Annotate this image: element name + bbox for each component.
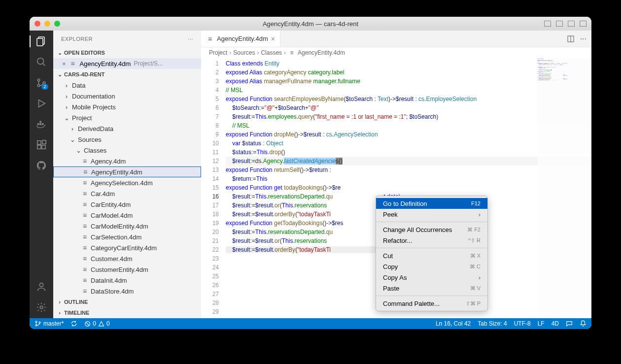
menu-item[interactable]: Paste⌘ V [376, 283, 487, 294]
chevron-icon: › [63, 93, 70, 99]
close-tab-icon[interactable]: × [271, 35, 275, 43]
menu-item[interactable]: Change All Occurrences⌘ F2 [376, 224, 487, 235]
file-item[interactable]: ≡AgencySelection.4dm [53, 177, 201, 188]
explorer-sidebar: EXPLORER ··· ⌄ OPEN EDITORS × ≡ AgencyEn… [53, 31, 201, 318]
chevron-icon: › [63, 103, 70, 110]
split-editor-icon[interactable] [567, 35, 574, 42]
eol[interactable]: LF [538, 320, 545, 327]
file-tree: ›Data›Documentation›Mobile Projects⌄Proj… [53, 80, 201, 297]
traffic-lights [34, 21, 60, 27]
docker-icon[interactable] [35, 118, 47, 130]
minimize-window-button[interactable] [44, 21, 50, 27]
file-item[interactable]: ≡CarModelEntity.4dm [53, 221, 201, 232]
menu-item[interactable]: Copy As› [376, 272, 487, 283]
workspace-header[interactable]: ⌄ CARS-4D-RENT [53, 69, 201, 80]
file-item[interactable]: ≡CustomerEntity.4dm [53, 264, 201, 275]
layout-panel-icon[interactable] [544, 21, 551, 27]
language-mode[interactable]: 4D [552, 320, 559, 327]
folder-item[interactable]: ⌄Project [53, 112, 201, 123]
menu-item[interactable]: Refactor...^⇧ R [376, 235, 487, 246]
source-control-icon[interactable]: 2 [35, 77, 47, 89]
titlebar-actions [544, 21, 586, 27]
svg-rect-8 [37, 123, 39, 125]
file-item[interactable]: ≡Customer.4dm [53, 253, 201, 264]
notifications-icon[interactable] [580, 320, 586, 327]
extensions-icon[interactable] [35, 139, 47, 151]
svg-point-17 [40, 306, 43, 309]
feedback-icon[interactable] [566, 320, 573, 327]
encoding[interactable]: UTF-8 [514, 320, 531, 327]
file-item[interactable]: ≡DataInit.4dm [53, 275, 201, 286]
file-item[interactable]: ≡CarEntity.4dm [53, 199, 201, 210]
svg-rect-14 [42, 145, 45, 149]
svg-rect-11 [39, 121, 41, 123]
menu-separator [376, 296, 487, 296]
layout-customize-icon[interactable] [580, 21, 586, 27]
layout-secondary-icon[interactable] [568, 21, 575, 27]
file-icon: ≡ [81, 287, 89, 295]
folder-item[interactable]: ⌄Sources [53, 134, 201, 145]
file-item[interactable]: ≡AgencyEntity.4dm [53, 166, 201, 177]
menu-separator [376, 248, 487, 248]
more-icon[interactable]: ··· [188, 36, 193, 42]
file-item[interactable]: ≡Agency.4dm [53, 156, 201, 166]
file-icon: ≡ [81, 244, 89, 252]
timeline-header[interactable]: › TIMELINE [53, 307, 201, 318]
settings-icon[interactable] [35, 301, 47, 313]
menu-item[interactable]: Peek› [376, 209, 487, 220]
file-item[interactable]: ≡CarModel.4dm [53, 210, 201, 221]
branch-status[interactable]: master* [34, 320, 64, 327]
menu-item[interactable]: Cut⌘ X [376, 250, 487, 261]
maximize-window-button[interactable] [54, 21, 60, 27]
svg-rect-10 [42, 123, 44, 125]
file-item[interactable]: ≡Car.4dm [53, 188, 201, 199]
close-window-button[interactable] [34, 21, 40, 27]
editor-tabs: ≡ AgencyEntity.4dm × ··· [201, 31, 591, 47]
more-actions-icon[interactable]: ··· [580, 34, 586, 43]
chevron-icon: › [69, 125, 76, 132]
explorer-icon[interactable] [35, 35, 47, 47]
svg-rect-1 [37, 38, 43, 46]
file-item[interactable]: ≡DataStore.4dm [53, 286, 201, 297]
vscode-window: AgencyEntity.4dm — cars-4d-rent 2 [30, 17, 591, 329]
file-item[interactable]: ≡CategoryCarEntity.4dm [53, 242, 201, 253]
file-icon: ≡ [81, 157, 89, 165]
open-editor-item[interactable]: × ≡ AgencyEntity.4dm Project/S... [53, 58, 201, 69]
svg-point-20 [35, 321, 37, 323]
folder-item[interactable]: ›Documentation [53, 91, 201, 101]
close-icon[interactable]: × [62, 60, 66, 67]
file-icon: ≡ [81, 200, 89, 208]
github-icon[interactable] [35, 160, 47, 171]
tab-agencyentity[interactable]: ≡ AgencyEntity.4dm × [201, 31, 280, 47]
run-debug-icon[interactable] [35, 98, 47, 109]
svg-rect-9 [39, 123, 41, 125]
sidebar-title: EXPLORER [61, 36, 93, 42]
layout-sidebar-icon[interactable] [556, 21, 563, 27]
context-menu: Go to DefinitionF12Peek›Change All Occur… [376, 196, 488, 311]
search-icon[interactable] [35, 56, 47, 68]
file-icon: ≡ [81, 179, 89, 187]
minimap[interactable]: Class extends Entityexposed Alias catego… [537, 58, 591, 318]
sidebar-header: EXPLORER ··· [53, 31, 201, 47]
activity-bar: 2 [30, 31, 53, 318]
folder-item[interactable]: ›DerivedData [53, 123, 201, 134]
open-editors-header[interactable]: ⌄ OPEN EDITORS [53, 47, 201, 58]
breadcrumb[interactable]: Project› Sources› Classes› ≡ AgencyEntit… [201, 47, 591, 58]
file-icon: ≡ [81, 190, 89, 198]
folder-item[interactable]: ›Data [53, 80, 201, 91]
folder-item[interactable]: ⌄Classes [53, 145, 201, 156]
menu-item[interactable]: Go to DefinitionF12 [376, 198, 487, 209]
outline-header[interactable]: › OUTLINE [53, 297, 201, 307]
cursor-position[interactable]: Ln 16, Col 42 [436, 320, 471, 327]
accounts-icon[interactable] [35, 281, 47, 293]
file-item[interactable]: ≡CarSelection.4dm [53, 232, 201, 242]
file-icon: ≡ [81, 168, 89, 176]
sync-status[interactable] [70, 320, 77, 327]
menu-item[interactable]: Copy⌘ C [376, 261, 487, 272]
problems-status[interactable]: 0 0 [84, 320, 109, 327]
svg-point-22 [39, 322, 40, 323]
menu-item[interactable]: Command Palette...⇧⌘ P [376, 298, 487, 309]
folder-item[interactable]: ›Mobile Projects [53, 101, 201, 112]
tab-size[interactable]: Tab Size: 4 [478, 320, 507, 327]
chevron-icon: ⌄ [75, 147, 82, 154]
